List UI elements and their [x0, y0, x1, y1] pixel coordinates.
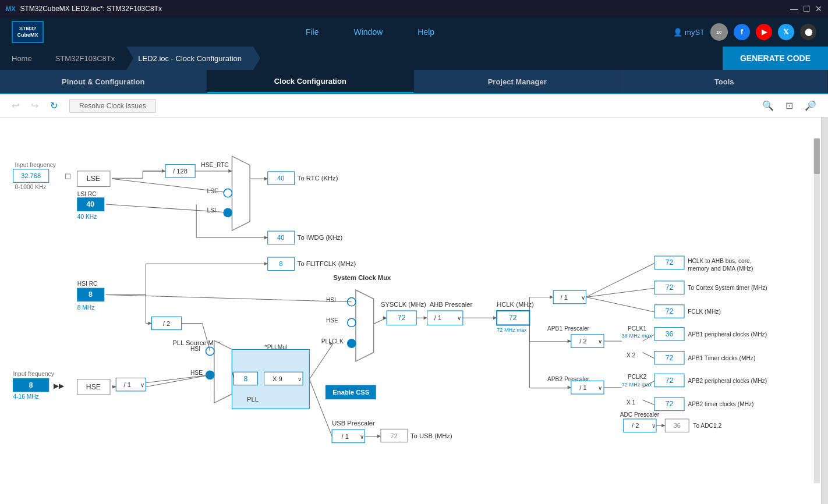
svg-text:∨: ∨ [298, 376, 302, 382]
brand-logo: STM32CubeMX [12, 21, 44, 43]
svg-text:72: 72 [666, 307, 674, 315]
svg-text:LSI RC: LSI RC [77, 191, 97, 197]
svg-text:∨: ∨ [360, 434, 364, 440]
resolve-clock-button[interactable]: Resolve Clock Issues [69, 99, 156, 113]
window-title: STM32CubeMX LED2.ioc*: STM32F103C8Tx [20, 5, 791, 13]
tab-clock[interactable]: Clock Configuration [207, 70, 415, 93]
svg-text:/ 2: / 2 [579, 338, 586, 345]
tab-tools[interactable]: Tools [621, 70, 829, 93]
svg-text:APB2 peripheral clocks (MHz): APB2 peripheral clocks (MHz) [688, 378, 767, 384]
svg-text:∨: ∨ [598, 385, 602, 391]
svg-text:8 MHz: 8 MHz [77, 304, 94, 311]
svg-text:APB1 Prescaler: APB1 Prescaler [547, 325, 590, 332]
svg-marker-157 [214, 340, 232, 403]
menu-items: File Window Help [67, 27, 673, 37]
svg-text:HSI RC: HSI RC [77, 281, 98, 287]
svg-text:8: 8 [29, 381, 33, 389]
svg-marker-59 [356, 290, 374, 361]
menu-file[interactable]: File [306, 27, 319, 37]
svg-text:HSE: HSE [190, 370, 203, 376]
svg-point-36 [224, 189, 232, 197]
scrollbar[interactable] [821, 118, 828, 504]
tab-pinout[interactable]: Pinout & Configuration [0, 70, 207, 93]
svg-text:72 MHz max: 72 MHz max [497, 327, 527, 333]
svg-text:SYSCLK (MHz): SYSCLK (MHz) [381, 301, 426, 308]
svg-text:Enable CSS: Enable CSS [332, 389, 369, 396]
svg-rect-7 [65, 174, 70, 179]
refresh-icon[interactable]: ↻ [50, 100, 58, 111]
breadcrumb-chip[interactable]: STM32F103C8Tx [44, 47, 127, 70]
svg-text:APB2 timer clocks (MHz): APB2 timer clocks (MHz) [688, 402, 753, 408]
myst-button[interactable]: 👤 myST [673, 28, 705, 37]
breadcrumb-nav: Home STM32F103C8Tx LED2.ioc - Clock Conf… [0, 47, 828, 70]
zoom-in-icon[interactable]: 🔍 [762, 100, 774, 111]
svg-text:72: 72 [666, 283, 674, 292]
svg-text:HSE_RTC: HSE_RTC [201, 162, 228, 168]
main-content: LSE Input frequency 32.768 0-1000 KHz LS… [0, 118, 828, 504]
svg-text:∨: ∨ [581, 294, 585, 301]
svg-text:72: 72 [509, 314, 517, 322]
svg-text:ADC Prescaler: ADC Prescaler [620, 411, 660, 418]
twitter-button[interactable]: 𝕏 [778, 24, 794, 40]
svg-text:AHB Prescaler: AHB Prescaler [430, 301, 473, 308]
youtube-button[interactable]: ▶ [756, 24, 772, 40]
svg-text:/ 1: / 1 [560, 294, 567, 301]
svg-text:Input frequency: Input frequency [13, 371, 54, 377]
svg-text:/ 2: / 2 [163, 320, 170, 327]
svg-text:8: 8 [279, 260, 282, 267]
svg-text:/ 128: / 128 [173, 168, 187, 175]
svg-text:To FLITFCLK (MHz): To FLITFCLK (MHz) [298, 260, 356, 267]
svg-text:▶▶: ▶▶ [54, 382, 65, 390]
svg-text:To USB (MHz): To USB (MHz) [411, 432, 452, 439]
svg-text:System Clock Mux: System Clock Mux [333, 274, 391, 281]
svg-text:PCLK2: PCLK2 [628, 374, 647, 381]
svg-marker-31 [232, 156, 250, 230]
facebook-button[interactable]: f [734, 24, 750, 40]
svg-text:HCLK to AHB bus, core,: HCLK to AHB bus, core, [688, 258, 751, 264]
svg-text:/ 1: / 1 [341, 433, 348, 440]
svg-text:/ 2: / 2 [632, 422, 639, 429]
anniversary-badge[interactable]: 10 [710, 23, 728, 41]
svg-text:/ 1: / 1 [579, 384, 586, 391]
svg-text:∨: ∨ [652, 423, 656, 429]
svg-text:HSE: HSE [326, 317, 338, 324]
window-controls[interactable]: — ☐ ✕ [790, 4, 822, 13]
svg-text:To ADC1,2: To ADC1,2 [693, 423, 721, 429]
minimize-button[interactable]: — [790, 4, 798, 13]
svg-point-66 [348, 339, 356, 347]
svg-text:LSI: LSI [207, 207, 216, 214]
svg-text:LSE: LSE [87, 175, 100, 183]
zoom-out-icon[interactable]: 🔎 [805, 100, 816, 111]
close-button[interactable]: ✕ [815, 4, 822, 13]
svg-text:40: 40 [277, 234, 284, 241]
breadcrumb-home[interactable]: Home [0, 47, 44, 70]
fit-screen-icon[interactable]: ⊡ [785, 100, 793, 111]
menu-window[interactable]: Window [354, 27, 383, 37]
svg-text:72: 72 [390, 432, 397, 439]
svg-text:*PLLMul: *PLLMul [265, 344, 288, 350]
svg-text:40 KHz: 40 KHz [77, 214, 97, 220]
svg-text:/ 1: / 1 [434, 314, 441, 321]
svg-text:72: 72 [666, 354, 674, 362]
undo-icon[interactable]: ↩ [12, 100, 19, 111]
github-button[interactable]: ⬤ [800, 24, 816, 40]
svg-text:PLL Source Mux: PLL Source Mux [172, 339, 221, 346]
svg-text:APB1 Timer clocks (MHz): APB1 Timer clocks (MHz) [688, 355, 755, 361]
clock-diagram: LSE Input frequency 32.768 0-1000 KHz LS… [0, 118, 821, 504]
svg-text:To Cortex System timer (MHz): To Cortex System timer (MHz) [688, 285, 767, 291]
svg-text:72: 72 [666, 258, 674, 267]
generate-code-button[interactable]: GENERATE CODE [723, 47, 828, 70]
breadcrumb-current[interactable]: LED2.ioc - Clock Configuration [126, 47, 253, 70]
svg-text:72: 72 [666, 400, 674, 409]
redo-icon[interactable]: ↪ [31, 100, 38, 111]
maximize-button[interactable]: ☐ [803, 4, 811, 13]
svg-text:PLL: PLL [247, 396, 259, 403]
svg-text:40: 40 [86, 200, 94, 208]
menu-help[interactable]: Help [417, 27, 434, 37]
svg-point-39 [224, 208, 232, 216]
svg-rect-194 [814, 139, 820, 484]
svg-text:Input frequency: Input frequency [15, 162, 56, 168]
tab-project[interactable]: Project Manager [414, 70, 621, 93]
menu-bar: STM32CubeMX File Window Help 👤 myST 10 f… [0, 17, 828, 47]
svg-text:HCLK (MHz): HCLK (MHz) [497, 301, 534, 308]
